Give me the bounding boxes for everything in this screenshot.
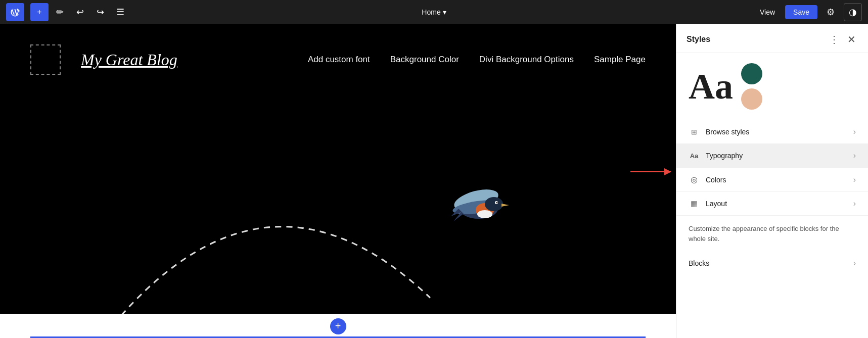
browse-styles-left: ⊞ Browse styles — [689, 128, 749, 136]
site-logo — [30, 44, 61, 75]
layout-label: Layout — [706, 200, 727, 208]
page-chevron-icon: ▾ — [443, 8, 446, 16]
plus-icon: + — [335, 320, 341, 332]
toolbar-left: + ✏ ↩ ↪ ☰ — [6, 3, 129, 21]
styles-sidebar: Styles ⋮ ✕ Aa ⊞ Browse styles — [676, 24, 868, 338]
typography-label: Typography — [706, 152, 743, 160]
canvas: My Great Blog Add custom font Background… — [0, 24, 676, 338]
nav-background-color[interactable]: Background Color — [390, 55, 459, 65]
toolbar-center: Home ▾ — [422, 8, 446, 16]
undo-button[interactable]: ↩ — [71, 3, 89, 21]
typography-preview-text: Aa — [689, 68, 733, 105]
nav-divi-background[interactable]: Divi Background Options — [479, 55, 574, 65]
page-label: Home — [422, 8, 440, 16]
canvas-inner: My Great Blog Add custom font Background… — [0, 24, 676, 338]
add-block-button[interactable]: + — [30, 3, 49, 21]
svg-marker-9 — [501, 204, 509, 207]
gear-icon: ⚙ — [827, 7, 835, 18]
red-arrow-icon — [630, 171, 671, 172]
bird-image — [448, 181, 514, 226]
svg-point-6 — [485, 197, 503, 211]
nav-sample-page[interactable]: Sample Page — [594, 55, 646, 65]
redo-button[interactable]: ↪ — [91, 3, 109, 21]
arrow-indicator — [630, 171, 671, 172]
site-title[interactable]: My Great Blog — [81, 51, 177, 69]
browse-styles-label: Browse styles — [706, 128, 749, 136]
add-block-bottom-button[interactable]: + — [330, 318, 346, 334]
theme-toggle-button[interactable]: ◑ — [844, 3, 862, 21]
wp-logo[interactable] — [6, 3, 24, 21]
typography-icon: Aa — [689, 152, 700, 160]
nav-add-custom-font[interactable]: Add custom font — [308, 55, 370, 65]
site-nav: Add custom font Background Color Divi Ba… — [308, 55, 646, 65]
layout-left: ▦ Layout — [689, 199, 727, 208]
layout-item[interactable]: ▦ Layout › — [676, 192, 868, 216]
hero-section — [0, 90, 676, 314]
list-view-button[interactable]: ☰ — [111, 3, 129, 21]
main-area: My Great Blog Add custom font Background… — [0, 24, 868, 338]
draw-button[interactable]: ✏ — [51, 3, 69, 21]
typography-chevron-icon: › — [853, 151, 856, 160]
blocks-chevron-icon: › — [853, 259, 856, 268]
typography-item[interactable]: Aa Typography › — [676, 144, 868, 168]
toolbar: + ✏ ↩ ↪ ☰ Home ▾ View Save ⚙ ◑ — [0, 0, 868, 24]
browse-styles-icon: ⊞ — [689, 128, 700, 136]
blocks-section[interactable]: Blocks › — [676, 252, 868, 275]
color-swatch-peach — [741, 88, 762, 110]
page-selector[interactable]: Home ▾ — [422, 8, 446, 16]
colors-item[interactable]: ◎ Colors › — [676, 168, 868, 192]
more-icon: ⋮ — [829, 34, 839, 45]
sidebar-close-button[interactable]: ✕ — [845, 32, 858, 46]
bottom-bar: + — [0, 314, 676, 338]
typography-left: Aa Typography — [689, 152, 743, 160]
settings-button[interactable]: ⚙ — [821, 3, 840, 21]
view-button[interactable]: View — [754, 5, 781, 19]
wp-logo-icon — [10, 7, 20, 17]
color-swatches — [741, 63, 762, 110]
sidebar-title: Styles — [687, 35, 710, 44]
colors-icon: ◎ — [689, 175, 700, 184]
site-header: My Great Blog Add custom font Background… — [0, 24, 676, 90]
layout-chevron-icon: › — [853, 199, 856, 208]
colors-label: Colors — [706, 176, 726, 184]
close-icon: ✕ — [847, 34, 856, 45]
save-button[interactable]: Save — [785, 5, 817, 19]
browse-styles-chevron-icon: › — [853, 127, 856, 136]
colors-chevron-icon: › — [853, 175, 856, 184]
svg-point-8 — [496, 202, 498, 204]
sidebar-more-button[interactable]: ⋮ — [827, 32, 841, 46]
sidebar-header: Styles ⋮ ✕ — [676, 24, 868, 53]
styles-preview: Aa — [676, 53, 868, 120]
color-swatch-green — [741, 63, 762, 84]
sidebar-description: Customize the appearance of specific blo… — [676, 216, 868, 252]
toolbar-right: View Save ⚙ ◑ — [754, 3, 862, 21]
blocks-label: Blocks — [689, 259, 709, 267]
theme-icon: ◑ — [849, 7, 857, 18]
browse-styles-item[interactable]: ⊞ Browse styles › — [676, 120, 868, 144]
arc-path-svg — [0, 90, 676, 314]
layout-icon: ▦ — [689, 199, 700, 208]
svg-point-5 — [477, 210, 492, 218]
sidebar-header-actions: ⋮ ✕ — [827, 32, 858, 46]
colors-left: ◎ Colors — [689, 175, 726, 184]
